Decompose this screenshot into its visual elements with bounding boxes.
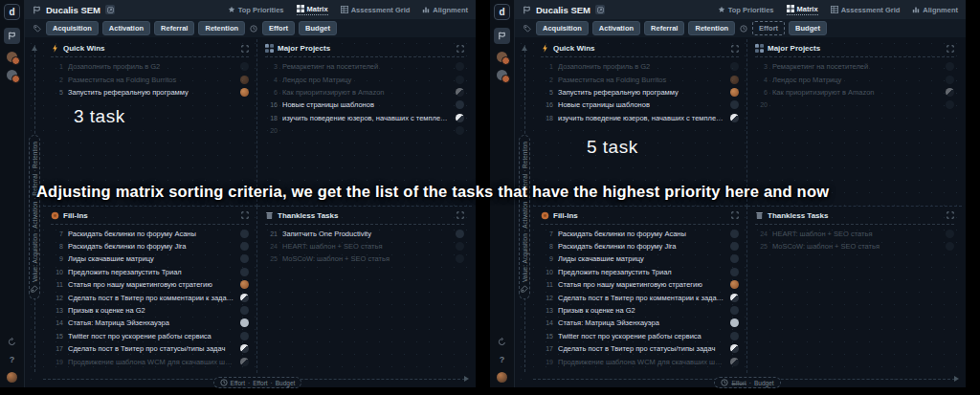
- task-row[interactable]: 7Раскидать беклинки по форуму Асаны: [541, 228, 739, 240]
- task-row[interactable]: 19Продвижение шаблона WCM для скачавших …: [51, 355, 249, 367]
- task-row[interactable]: 1Дозаполнить профиль в G2: [51, 60, 249, 73]
- task-row[interactable]: 19Продвижение шаблона WCM для скачавших …: [541, 355, 739, 367]
- task-row[interactable]: 7Раскидать беклинки по форуму Асаны: [51, 228, 249, 240]
- sync-icon[interactable]: [498, 338, 506, 348]
- board-badge-icon[interactable]: [595, 5, 605, 14]
- expand-quadrant-button[interactable]: [731, 211, 739, 219]
- task-row[interactable]: 8Раскидать беклинки по форуму Jira: [541, 240, 739, 252]
- task-row[interactable]: 17Сделать пост в Твитер про статусы/типы…: [541, 342, 739, 355]
- chip-referral[interactable]: Referral: [154, 21, 194, 35]
- task-row[interactable]: 20: [755, 99, 954, 111]
- notification-badge: [11, 56, 20, 65]
- chip-effort[interactable]: Effort: [262, 21, 295, 35]
- board-badge-icon[interactable]: [105, 5, 115, 14]
- quadrant-grid: Quick Wins1Дозаполнить профиль в G22Разм…: [533, 39, 962, 373]
- help-icon[interactable]: ?: [10, 356, 15, 364]
- workspace-avatar-1[interactable]: [7, 52, 17, 62]
- task-row[interactable]: 2Разместиться на Folding Burritos: [541, 73, 739, 85]
- task-row[interactable]: 21Запитчить One Productivity: [265, 228, 464, 240]
- task-row[interactable]: 5Запустить реферальную программу: [51, 86, 249, 99]
- vertical-axis-pill[interactable]: Value: Acquisition · Activation · Referr…: [519, 135, 530, 299]
- task-row[interactable]: 20: [265, 124, 464, 137]
- chip-activation[interactable]: Activation: [102, 21, 150, 35]
- nav-item-matrix[interactable]: Matrix: [787, 5, 818, 15]
- chip-acquisition[interactable]: Acquisition: [536, 21, 589, 35]
- expand-quadrant-button[interactable]: [241, 211, 249, 219]
- chip-budget[interactable]: Budget: [299, 21, 337, 35]
- horizontal-axis-pill[interactable]: Effort · Effort · Budget: [213, 377, 302, 388]
- task-number: 13: [541, 307, 553, 314]
- task-title: Продвижение шаблона WCM для скачавших ша…: [558, 358, 725, 366]
- chip-retention[interactable]: Retention: [198, 21, 245, 35]
- task-row[interactable]: 15Twitter пост про ускорение работы серв…: [541, 330, 739, 342]
- task-row[interactable]: 18изучить поведение юзеров, начавших с т…: [265, 112, 464, 124]
- task-row[interactable]: 16Новые страницы шаблонов: [541, 99, 739, 111]
- nav-item-top-priorities[interactable]: Top Priorities: [718, 6, 774, 14]
- task-row[interactable]: 24HEART: шаблон + SEO статья: [265, 240, 464, 252]
- task-row[interactable]: 4Лендос про Матрицу: [265, 73, 464, 85]
- task-row[interactable]: 12Сделать пост в Твитер про комментарии …: [51, 291, 249, 303]
- task-row[interactable]: 11Статья про нашу маркетинговую стратеги…: [51, 278, 249, 291]
- workspace-avatar-2[interactable]: [7, 70, 17, 80]
- task-row[interactable]: 12Сделать пост в Твитер про комментарии …: [541, 291, 739, 303]
- quadrant-header: Fill-Ins: [51, 211, 249, 225]
- ducalis-logo[interactable]: d: [494, 4, 510, 20]
- chip-retention[interactable]: Retention: [688, 21, 735, 35]
- workspace-avatar-2[interactable]: [497, 70, 507, 80]
- task-row[interactable]: 14Статья: Матрица Эйзенхауэра: [541, 317, 739, 329]
- task-row[interactable]: 9Лиды скачавшие матрицу: [51, 252, 249, 265]
- nav-item-assessment-grid[interactable]: Assessment Grid: [341, 6, 411, 14]
- chip-acquisition[interactable]: Acquisition: [46, 21, 99, 35]
- sync-icon: [8, 338, 16, 346]
- sidebar-board-flag[interactable]: [494, 28, 510, 44]
- nav-item-alignment[interactable]: Alignment: [912, 6, 958, 14]
- ducalis-logo[interactable]: d: [4, 4, 20, 20]
- task-row[interactable]: 10Предложить перезапустить Триал: [51, 266, 249, 278]
- chip-budget[interactable]: Budget: [789, 21, 827, 35]
- nav-item-matrix[interactable]: Matrix: [297, 5, 328, 15]
- help-icon[interactable]: ?: [500, 356, 505, 364]
- task-row[interactable]: 6Как приоритизируют в Amazon: [755, 86, 954, 99]
- task-row[interactable]: 14Статья: Матрица Эйзенхауэра: [51, 317, 249, 329]
- task-row[interactable]: 13Призыв к оценке на G2: [541, 304, 739, 317]
- horizontal-axis-pill[interactable]: Effort · Budget: [714, 377, 780, 388]
- task-row[interactable]: 3Ремаркетинг на посетителей: [265, 60, 464, 73]
- nav-item-assessment-grid[interactable]: Assessment Grid: [831, 6, 901, 14]
- task-row[interactable]: 9Лиды скачавшие матрицу: [541, 252, 739, 265]
- sidebar-board-flag[interactable]: [4, 28, 20, 44]
- task-row[interactable]: 3Ремаркетинг на посетителей: [755, 60, 954, 73]
- nav-item-alignment[interactable]: Alignment: [422, 6, 468, 14]
- task-row[interactable]: 1Дозаполнить профиль в G2: [541, 60, 739, 73]
- expand-quadrant-button[interactable]: [457, 211, 464, 219]
- expand-quadrant-button[interactable]: [241, 45, 249, 53]
- task-row[interactable]: 18изучить поведение юзеров, начавших с т…: [541, 112, 739, 124]
- user-avatar[interactable]: [7, 372, 17, 383]
- chip-effort[interactable]: Effort: [752, 21, 785, 35]
- task-row[interactable]: 4Лендос про Матрицу: [755, 73, 954, 85]
- task-row[interactable]: 11Статья про нашу маркетинговую стратеги…: [541, 278, 739, 291]
- task-row[interactable]: 6Как приоритизируют в Amazon: [265, 86, 464, 99]
- workspace-avatar-1[interactable]: [497, 52, 507, 62]
- task-number: 1: [541, 63, 553, 70]
- chip-activation[interactable]: Activation: [592, 21, 640, 35]
- chip-referral[interactable]: Referral: [644, 21, 684, 35]
- task-row[interactable]: 17Сделать пост в Твитер про статусы/типы…: [51, 342, 249, 355]
- expand-quadrant-button[interactable]: [731, 45, 739, 53]
- task-row[interactable]: 25MoSCoW: шаблон + SEO статья: [755, 240, 954, 252]
- task-row[interactable]: 15Twitter пост про ускорение работы серв…: [51, 330, 249, 342]
- task-row[interactable]: 24HEART: шаблон + SEO статья: [755, 228, 954, 240]
- task-row[interactable]: 2Разместиться на Folding Burritos: [51, 73, 249, 85]
- expand-quadrant-button[interactable]: [947, 45, 954, 53]
- expand-quadrant-button[interactable]: [457, 45, 464, 53]
- task-row[interactable]: 8Раскидать беклинки по форуму Jira: [51, 240, 249, 252]
- task-row[interactable]: 13Призыв к оценке на G2: [51, 304, 249, 317]
- task-row[interactable]: 10Предложить перезапустить Триал: [541, 266, 739, 278]
- expand-quadrant-button[interactable]: [947, 211, 954, 219]
- user-avatar[interactable]: [497, 372, 507, 383]
- sync-icon[interactable]: [8, 338, 16, 348]
- task-row[interactable]: 16Новые страницы шаблонов: [265, 99, 464, 111]
- task-row[interactable]: 5Запустить реферальную программу: [541, 86, 739, 99]
- nav-item-top-priorities[interactable]: Top Priorities: [228, 6, 284, 14]
- task-row[interactable]: 25MoSCoW: шаблон + SEO статья: [265, 252, 464, 265]
- vertical-axis-pill[interactable]: Value: Acquisition · Activation · Referr…: [29, 135, 40, 299]
